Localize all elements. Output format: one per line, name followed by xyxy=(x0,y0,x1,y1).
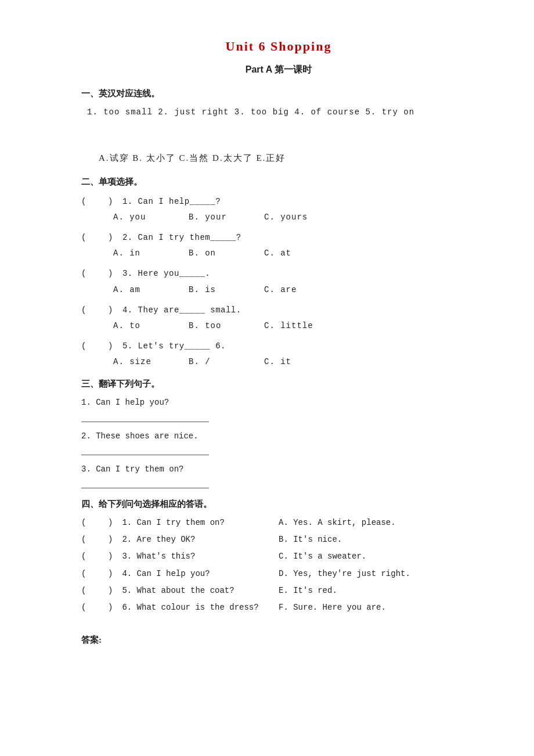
mc-question-item: ( ) 5. Let's try_____ 6. xyxy=(81,338,476,354)
mc-options: A. sizeB. /C. it xyxy=(81,355,476,369)
mc-question-item: ( ) 2. Can I try them_____? xyxy=(81,229,476,245)
translate-underline xyxy=(81,446,209,455)
section1-answers: A.试穿 B. 太小了 C.当然 D.太大了 E.正好 xyxy=(81,150,476,166)
match-answer: C. It's a sweater. xyxy=(279,549,476,564)
sub-title: Part A 第一课时 xyxy=(81,62,476,78)
match-question: ( ) 2. Are they OK? xyxy=(81,532,279,547)
mc-container: ( ) 1. Can I help_____?A. youB. yourC. y… xyxy=(81,193,476,370)
section4-title: 四、给下列问句选择相应的答语。 xyxy=(81,496,476,512)
match-container: ( ) 1. Can I try them on?A. Yes. A skirt… xyxy=(81,516,476,615)
translate-container: 1. Can I help you?2. These shoes are nic… xyxy=(81,395,476,488)
match-row: ( ) 3. What's this?C. It's a sweater. xyxy=(81,549,476,564)
section2-title: 二、单项选择。 xyxy=(81,174,476,190)
match-row: ( ) 1. Can I try them on?A. Yes. A skirt… xyxy=(81,516,476,530)
section1-title: 一、英汉对应连线。 xyxy=(81,86,476,102)
mc-question-item: ( ) 3. Here you_____. xyxy=(81,265,476,281)
match-row: ( ) 5. What about the coat?E. It's red. xyxy=(81,584,476,598)
section1-items: 1. too small 2. just right 3. too big 4.… xyxy=(81,105,476,120)
translate-item: 2. These shoes are nice. xyxy=(81,429,476,444)
mc-question-item: ( ) 4. They are_____ small. xyxy=(81,302,476,318)
match-answer: E. It's red. xyxy=(279,584,476,598)
match-question: ( ) 3. What's this? xyxy=(81,549,279,564)
match-question: ( ) 4. Can I help you? xyxy=(81,567,279,581)
match-row: ( ) 6. What colour is the dress?F. Sure.… xyxy=(81,600,476,615)
match-question: ( ) 1. Can I try them on? xyxy=(81,516,279,530)
match-row: ( ) 2. Are they OK?B. It's nice. xyxy=(81,532,476,547)
translate-underline xyxy=(81,413,209,422)
match-answer: B. It's nice. xyxy=(279,532,476,547)
section3-title: 三、翻译下列句子。 xyxy=(81,376,476,392)
match-answer: A. Yes. A skirt, please. xyxy=(279,516,476,530)
mc-options: A. inB. onC. at xyxy=(81,246,476,261)
main-title: Unit 6 Shopping xyxy=(81,35,476,58)
mc-options: A. amB. isC. are xyxy=(81,283,476,297)
match-answer: F. Sure. Here you are. xyxy=(279,600,476,615)
translate-underline xyxy=(81,479,209,488)
match-row: ( ) 4. Can I help you?D. Yes, they're ju… xyxy=(81,567,476,581)
mc-options: A. youB. yourC. yours xyxy=(81,210,476,225)
match-answer: D. Yes, they're just right. xyxy=(279,567,476,581)
translate-item: 3. Can I try them on? xyxy=(81,462,476,477)
match-question: ( ) 5. What about the coat? xyxy=(81,584,279,598)
mc-question-item: ( ) 1. Can I help_____? xyxy=(81,193,476,209)
mc-options: A. toB. tooC. little xyxy=(81,319,476,333)
match-question: ( ) 6. What colour is the dress? xyxy=(81,600,279,615)
answer-section: 答案: xyxy=(81,632,476,648)
translate-item: 1. Can I help you? xyxy=(81,395,476,410)
